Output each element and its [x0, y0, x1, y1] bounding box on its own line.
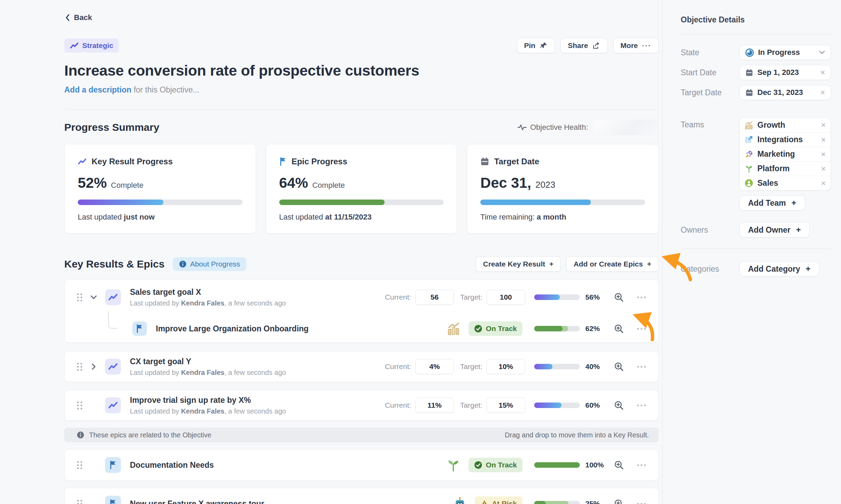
chevron-down-icon [819, 50, 825, 55]
drag-handle[interactable] [77, 461, 82, 469]
row-title[interactable]: Improve Large Organization Onboarding [156, 324, 309, 333]
status-pill[interactable]: On Track [469, 321, 522, 336]
target-date-label: Target Date [681, 88, 739, 97]
target-value-input[interactable] [486, 398, 525, 413]
row-progress-bar [534, 403, 580, 408]
row-percent: 56% [585, 293, 606, 301]
drag-handle[interactable] [77, 363, 82, 371]
current-value-input[interactable] [415, 398, 454, 413]
pin-button[interactable]: Pin [517, 38, 555, 53]
epic-type-icon [105, 457, 121, 473]
row-more-button[interactable] [637, 366, 646, 368]
chevron-right-icon [92, 363, 96, 370]
more-button[interactable]: More ··· [613, 38, 659, 53]
target-value-input[interactable] [486, 359, 525, 374]
status-pill[interactable]: At Risk [475, 496, 522, 504]
ellipsis-icon: ··· [642, 41, 651, 50]
team-row-platform[interactable]: Platform × [740, 161, 831, 176]
nested-epic-row: Improve Large Organization Onboarding On… [65, 315, 658, 342]
row-percent: 60% [585, 401, 606, 409]
remove-team-button[interactable]: × [821, 150, 826, 158]
add-team-button[interactable]: Add Team+ [739, 195, 805, 211]
add-category-button[interactable]: Add Category+ [739, 261, 819, 277]
categories-label: Categories [681, 264, 739, 274]
target-value-input[interactable] [486, 290, 525, 305]
remove-team-button[interactable]: × [821, 136, 826, 144]
pushpin-icon [539, 41, 548, 50]
zoom-in-button[interactable] [614, 400, 624, 410]
collapse-row-button[interactable] [88, 295, 100, 300]
bar-chart-emoji [447, 322, 460, 335]
create-key-result-button[interactable]: Create Key Result+ [476, 256, 561, 272]
status-pill[interactable]: On Track [469, 458, 522, 472]
row-progress-bar [534, 294, 580, 300]
row-title[interactable]: CX target goal Y [130, 357, 286, 366]
remove-team-button[interactable]: × [821, 121, 826, 129]
drag-handle[interactable] [77, 500, 82, 504]
bar-chart-emoji [745, 121, 753, 129]
team-row-growth[interactable]: Growth × [740, 118, 831, 132]
drag-handle[interactable] [77, 293, 82, 301]
calendar-icon [480, 157, 489, 166]
kr-progress-bar [78, 200, 243, 205]
back-button[interactable]: Back [64, 13, 92, 22]
epic-progress-bar [279, 200, 444, 205]
current-value-input[interactable] [415, 290, 454, 305]
row-percent: 25% [585, 500, 606, 504]
add-description-link[interactable]: Add a description [64, 85, 131, 94]
remove-team-button[interactable]: × [821, 165, 826, 173]
team-row-integrations[interactable]: Integrations × [740, 132, 831, 147]
target-date-field[interactable]: Dec 31, 2023 × [739, 85, 831, 100]
current-value-input[interactable] [415, 359, 454, 374]
add-or-create-epics-button[interactable]: Add or Create Epics+ [566, 256, 659, 272]
remove-team-button[interactable]: × [821, 179, 826, 187]
target-date-value: Dec 31, [480, 175, 531, 191]
team-row-marketing[interactable]: Marketing × [740, 147, 831, 161]
row-title[interactable]: Improve trial sign up rate by X% [130, 396, 286, 405]
kr-progress-value: 52% [78, 175, 107, 191]
team-row-sales[interactable]: Sales × [740, 176, 831, 190]
start-date-label: Start Date [681, 68, 739, 77]
zoom-in-button[interactable] [614, 460, 624, 470]
objective-details-sidebar: Objective Details State In Progress Star… [662, 0, 841, 504]
check-circle-icon [474, 461, 482, 469]
key-result-row: Sales target goal X Last updated by Kend… [65, 280, 658, 315]
about-progress-pill[interactable]: About Progress [173, 257, 246, 271]
row-more-button[interactable] [637, 328, 646, 330]
back-label: Back [74, 13, 92, 22]
row-more-button[interactable] [637, 405, 646, 406]
plus-icon: + [791, 198, 796, 208]
start-date-field[interactable]: Sep 1, 2023 × [739, 65, 831, 80]
row-title[interactable]: Documentation Needs [130, 461, 214, 470]
warning-triangle-icon [480, 500, 489, 504]
row-updated: Last updated by Kendra Fales, a few seco… [130, 369, 286, 377]
zoom-in-button[interactable] [614, 323, 624, 334]
nesting-connector [108, 311, 117, 329]
add-owner-button[interactable]: Add Owner+ [739, 222, 810, 238]
zoom-in-button[interactable] [614, 292, 624, 302]
key-result-type-icon [105, 397, 121, 413]
strategic-badge: Strategic [64, 39, 119, 52]
seedling-emoji [745, 164, 753, 173]
row-more-button[interactable] [637, 503, 646, 504]
zoom-in-button[interactable] [614, 498, 624, 504]
row-progress-bar [534, 501, 580, 504]
in-progress-icon [745, 48, 754, 57]
expand-row-button[interactable] [88, 363, 100, 370]
row-updated: Last updated by Kendra Fales, a few seco… [130, 407, 286, 415]
row-title[interactable]: New user Feature X awareness tour [130, 499, 264, 504]
zoom-in-button[interactable] [614, 361, 624, 372]
drag-handle[interactable] [77, 401, 82, 409]
owners-label: Owners [681, 225, 739, 235]
seedling-emoji [446, 458, 460, 472]
row-more-button[interactable] [637, 297, 646, 298]
clear-target-date-button[interactable]: × [820, 88, 825, 97]
objective-title: Increase conversion rate of prospective … [64, 62, 659, 79]
clear-start-date-button[interactable]: × [820, 68, 825, 77]
flag-icon [279, 157, 287, 166]
share-button[interactable]: Share [560, 38, 607, 53]
row-percent: 100% [585, 461, 606, 469]
row-more-button[interactable] [637, 464, 646, 466]
row-title[interactable]: Sales target goal X [130, 288, 286, 297]
state-dropdown[interactable]: In Progress [739, 45, 831, 60]
